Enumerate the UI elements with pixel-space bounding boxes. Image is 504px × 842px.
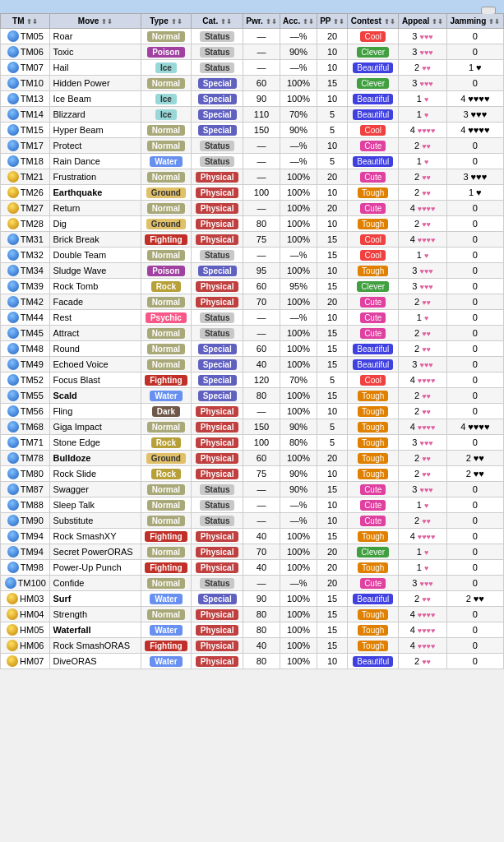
move-name[interactable]: Rock SmashXY [50,529,141,544]
move-name[interactable]: Bulldoze [50,451,141,466]
move-name[interactable]: Power-Up Punch [50,560,141,576]
move-name[interactable]: Rest [50,310,141,326]
table-row: TM07HailIceStatus——%10Beautiful2 ♥♥1 ♥ [1,60,504,76]
col-tm[interactable]: TM ⬆⬇ [1,14,50,29]
move-name[interactable]: Blizzard [50,107,141,123]
move-accuracy: —% [280,60,317,76]
contest-jamming: 2 ♥♥ [446,451,503,466]
move-type: Normal [141,607,192,622]
move-name[interactable]: Focus Blast [50,372,141,388]
move-name[interactable]: Attract [50,326,141,341]
move-name[interactable]: Sleep Talk [50,497,141,513]
col-acc[interactable]: Acc. ⬆⬇ [280,14,317,29]
appeal-hearts: ♥♥ [422,142,431,150]
contest-badge: Beautiful [353,62,393,73]
contest-badge: Clever [357,281,389,292]
contest-jamming: 0 [446,326,503,341]
contest-badge: Tough [358,625,388,636]
appeal-hearts: ♥♥♥♥ [418,236,435,244]
move-name[interactable]: Waterfall [50,622,141,638]
move-accuracy: 90% [280,419,317,435]
move-name[interactable]: Rock Tomb [50,279,141,294]
table-row: TM26EarthquakeGroundPhysical100100%10Tou… [1,185,504,201]
col-jamming[interactable]: Jamming ⬆⬇ [446,14,503,29]
move-type: Fighting [141,529,192,544]
contest-type: Cool [348,248,399,263]
move-name[interactable]: Confide [50,576,141,591]
move-name[interactable]: Echoed Voice [50,357,141,372]
move-name[interactable]: Brick Break [50,232,141,248]
contest-appeal: 1 ♥ [399,154,446,169]
move-name[interactable]: Giga Impact [50,419,141,435]
contest-jamming: 0 [446,216,503,232]
move-power: — [243,497,280,513]
move-type: Ground [141,216,192,232]
move-name[interactable]: Dig [50,216,141,232]
contest-badge: Cute [360,328,386,339]
move-accuracy: 70% [280,372,317,388]
tm-label: TM05 [21,31,44,41]
move-type: Normal [141,76,192,91]
col-move[interactable]: Move ⬆⬇ [50,14,141,29]
move-name[interactable]: Ice Beam [50,91,141,107]
move-name[interactable]: Surf [50,591,141,607]
move-name[interactable]: DiveORAS [50,654,141,669]
contest-type: Cute [348,138,399,154]
table-row: HM03SurfWaterSpecial90100%15Beautiful2 ♥… [1,591,504,607]
move-name[interactable]: Round [50,341,141,357]
move-name[interactable]: Roar [50,29,141,44]
contest-type: Cool [348,372,399,388]
move-accuracy: 100% [280,91,317,107]
move-name[interactable]: Hail [50,60,141,76]
tm-label: TM32 [21,250,44,260]
move-name[interactable]: Facade [50,294,141,310]
appeal-hearts: ♥ [424,314,428,322]
move-name[interactable]: Rock Slide [50,466,141,482]
move-name[interactable]: Stone Edge [50,435,141,451]
move-name[interactable]: Earthquake [50,185,141,201]
move-name[interactable]: Hidden Power [50,76,141,91]
col-contest[interactable]: Contest ⬆⬇ [348,14,399,29]
col-type[interactable]: Type ⬆⬇ [141,14,192,29]
move-pp: 15 [317,76,348,91]
category-badge: Physical [196,453,239,464]
tm-number: TM31 [1,232,50,248]
move-name[interactable]: Protect [50,138,141,154]
move-type: Rock [141,435,192,451]
move-type: Normal [141,576,192,591]
move-name[interactable]: Rain Dance [50,154,141,169]
col-appeal[interactable]: Appeal ⬆⬇ [399,14,446,29]
contest-badge: Cute [360,141,386,151]
move-type: Normal [141,123,192,138]
move-name[interactable]: Double Team [50,248,141,263]
move-name[interactable]: Return [50,201,141,216]
move-name[interactable]: Fling [50,404,141,419]
move-accuracy: 100% [280,341,317,357]
move-name[interactable]: Substitute [50,513,141,529]
col-pwr[interactable]: Pwr. ⬆⬇ [243,14,280,29]
move-pp: 15 [317,388,348,404]
move-category: Physical [192,607,243,622]
move-name[interactable]: Scald [50,388,141,404]
move-accuracy: 100% [280,654,317,669]
move-name[interactable]: Toxic [50,44,141,60]
move-name[interactable]: Strength [50,607,141,622]
move-name[interactable]: Sludge Wave [50,263,141,279]
category-badge: Special [198,344,237,354]
contest-appeal: 4 ♥♥♥♥ [399,419,446,435]
move-name[interactable]: Rock SmashORAS [50,638,141,654]
tm-label: TM18 [21,156,44,166]
move-name[interactable]: Hyper Beam [50,123,141,138]
appeal-hearts: ♥♥♥♥ [418,423,435,432]
move-power: 90 [243,591,280,607]
move-name[interactable]: Secret PowerORAS [50,544,141,560]
contest-appeal: 3 ♥♥♥ [399,29,446,44]
move-name[interactable]: Frustration [50,169,141,185]
tm-label: TM45 [21,328,44,338]
col-pp[interactable]: PP ⬆⬇ [317,14,348,29]
move-power: 110 [243,107,280,123]
col-cat[interactable]: Cat. ⬆⬇ [192,14,243,29]
move-name[interactable]: Swagger [50,482,141,497]
contest-badge: Clever [357,47,389,58]
move-pp: 10 [317,216,348,232]
